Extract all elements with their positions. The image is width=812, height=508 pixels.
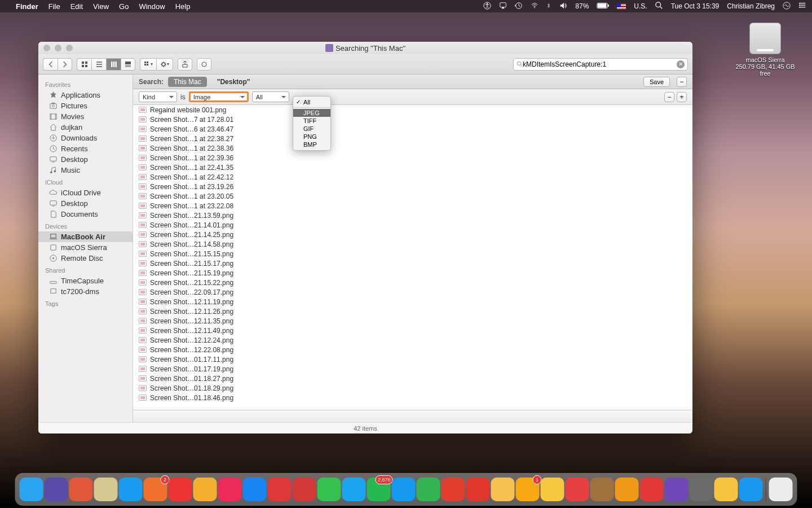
dock-app[interactable] bbox=[218, 478, 242, 501]
sidebar-item-applications[interactable]: Applications bbox=[38, 90, 133, 100]
sidebar-item-timecapsule[interactable]: TimeCapsule bbox=[38, 275, 133, 286]
file-row[interactable]: Screen Shot…12.11.19.png bbox=[133, 297, 692, 306]
criteria-format-select[interactable]: All bbox=[252, 91, 289, 102]
menu-window[interactable]: Window bbox=[139, 2, 165, 11]
format-option-jpeg[interactable]: JPEG bbox=[293, 109, 330, 117]
dock-app[interactable] bbox=[243, 478, 267, 501]
dock-app[interactable]: 1 bbox=[516, 478, 540, 501]
dock-app[interactable] bbox=[442, 478, 465, 501]
file-row[interactable]: Screen Shot…1 at 23.19.26 bbox=[133, 182, 692, 191]
dock-app[interactable] bbox=[268, 478, 292, 501]
desktop-drive-icon[interactable]: macOS Sierra 250.79 GB, 41.45 GB free bbox=[734, 23, 796, 77]
share-button[interactable] bbox=[178, 58, 192, 71]
file-row[interactable]: Screen Shot…12.11.26.png bbox=[133, 306, 692, 316]
sidebar-item-downloads[interactable]: Downloads bbox=[38, 133, 133, 143]
dock-app[interactable]: 2 bbox=[144, 478, 167, 501]
file-row[interactable]: Screen Shot…12.12.24.png bbox=[133, 335, 692, 345]
dock-app[interactable] bbox=[640, 478, 664, 501]
battery-icon[interactable] bbox=[597, 2, 609, 11]
file-row[interactable]: Screen Shot…01.18.29.png bbox=[133, 383, 692, 393]
scope-desktop[interactable]: "Desktop" bbox=[211, 77, 256, 87]
criteria-add-button[interactable]: + bbox=[677, 92, 687, 102]
dock-app[interactable] bbox=[119, 478, 143, 501]
file-row[interactable]: Screen Shot…01.17.11.png bbox=[133, 354, 692, 364]
file-row[interactable]: Screen Shot…21.13.59.png bbox=[133, 211, 692, 220]
file-row[interactable]: Screen Shot…21.15.19.png bbox=[133, 268, 692, 278]
close-button[interactable] bbox=[43, 45, 50, 51]
file-row[interactable]: Screen Shot…12.11.49.png bbox=[133, 326, 692, 335]
dock-app[interactable] bbox=[615, 478, 639, 501]
dock-app[interactable] bbox=[665, 478, 689, 501]
datetime[interactable]: Tue Oct 3 15:39 bbox=[671, 2, 720, 10]
input-flag-icon[interactable] bbox=[617, 3, 626, 10]
dock-app[interactable] bbox=[714, 478, 738, 501]
file-row[interactable]: Screen Shot…01.17.19.png bbox=[133, 364, 692, 374]
file-row[interactable]: Screen Shot…01.18.46.png bbox=[133, 393, 692, 402]
menu-view[interactable]: View bbox=[93, 2, 109, 11]
file-row[interactable]: Screen Shot…6 at 23.46.47 bbox=[133, 124, 692, 134]
scope-this-mac[interactable]: This Mac bbox=[168, 77, 207, 87]
action-button[interactable]: ▾ bbox=[156, 58, 173, 71]
sidebar-item-volume[interactable]: macOS Sierra bbox=[38, 242, 133, 253]
dock-app[interactable] bbox=[293, 478, 316, 501]
dock-app[interactable] bbox=[20, 478, 43, 501]
criteria-attribute-select[interactable]: Kind bbox=[139, 91, 177, 102]
sidebar-item-documents[interactable]: Documents bbox=[38, 209, 133, 220]
sidebar-item-icloud-drive[interactable]: iCloud Drive bbox=[38, 187, 133, 198]
accessibility-icon[interactable] bbox=[483, 2, 491, 11]
wifi-icon[interactable] bbox=[531, 2, 539, 11]
sidebar-item-macbook[interactable]: MacBook Air bbox=[38, 231, 133, 242]
file-row[interactable]: Screen Shot…01.18.27.png bbox=[133, 374, 692, 383]
arrange-button[interactable]: ▾ bbox=[140, 58, 156, 71]
dock-app[interactable]: 2,676 bbox=[367, 478, 391, 501]
dock-app[interactable] bbox=[392, 478, 416, 501]
dock-app[interactable] bbox=[94, 478, 118, 501]
format-option-bmp[interactable]: BMP bbox=[293, 141, 330, 148]
menu-go[interactable]: Go bbox=[119, 2, 129, 11]
dock-app[interactable] bbox=[739, 478, 763, 501]
file-row[interactable]: Screen Shot…1 at 23.22.08 bbox=[133, 201, 692, 211]
dock-app[interactable] bbox=[193, 478, 217, 501]
save-search-button[interactable]: Save bbox=[643, 77, 670, 87]
format-option-tiff[interactable]: TIFF bbox=[293, 117, 330, 125]
file-row[interactable]: Screen Shot…1 at 23.20.05 bbox=[133, 191, 692, 201]
user-name[interactable]: Christian Zibreg bbox=[727, 2, 775, 10]
file-row[interactable]: Screen Shot…22.09.17.png bbox=[133, 287, 692, 297]
dock-app[interactable] bbox=[45, 478, 68, 501]
timemachine-icon[interactable] bbox=[515, 2, 523, 11]
file-row[interactable]: Regaind website 001.png bbox=[133, 105, 692, 115]
sidebar-item-tc7200[interactable]: tc7200-dms bbox=[38, 286, 133, 297]
app-menu[interactable]: Finder bbox=[16, 2, 38, 11]
dock-app[interactable] bbox=[690, 478, 713, 501]
titlebar[interactable]: Searching "This Mac" bbox=[38, 42, 692, 54]
view-column-button[interactable] bbox=[106, 58, 121, 71]
forward-button[interactable] bbox=[58, 58, 72, 71]
file-row[interactable]: Screen Shot…12.22.08.png bbox=[133, 345, 692, 354]
sidebar-item-recents[interactable]: Recents bbox=[38, 143, 133, 154]
format-option-png[interactable]: PNG bbox=[293, 133, 330, 141]
dock-app[interactable] bbox=[69, 478, 93, 501]
sidebar-item-desktop[interactable]: Desktop bbox=[38, 154, 133, 165]
file-row[interactable]: Screen Shot…1 at 22.39.36 bbox=[133, 153, 692, 163]
view-list-button[interactable] bbox=[91, 58, 106, 71]
sidebar-item-icloud-desktop[interactable]: Desktop bbox=[38, 198, 133, 209]
file-row[interactable]: Screen Shot…1 at 22.38.27 bbox=[133, 134, 692, 143]
zoom-button[interactable] bbox=[66, 45, 73, 51]
file-row[interactable]: Screen Shot…21.15.22.png bbox=[133, 278, 692, 287]
file-row[interactable]: Screen Shot…1 at 22.42.12 bbox=[133, 172, 692, 182]
dock-app[interactable] bbox=[466, 478, 490, 501]
sidebar-item-music[interactable]: Music bbox=[38, 165, 133, 176]
dock-app[interactable] bbox=[417, 478, 440, 501]
notification-center-icon[interactable] bbox=[798, 2, 806, 11]
dock-app[interactable] bbox=[541, 478, 564, 501]
remove-criteria-button[interactable]: − bbox=[677, 77, 687, 87]
menu-help[interactable]: Help bbox=[175, 2, 191, 11]
file-row[interactable]: Screen Shot…7 at 17.28.01 bbox=[133, 115, 692, 124]
file-row[interactable]: Screen Shot…1 at 22.41.35 bbox=[133, 163, 692, 172]
dock-app[interactable] bbox=[566, 478, 589, 501]
menu-edit[interactable]: Edit bbox=[70, 2, 83, 11]
criteria-remove-button[interactable]: − bbox=[664, 92, 674, 102]
sidebar-item-remote-disc[interactable]: Remote Disc bbox=[38, 253, 133, 264]
file-row[interactable]: Screen Shot…21.15.15.png bbox=[133, 249, 692, 259]
file-list[interactable]: Regaind website 001.pngScreen Shot…7 at … bbox=[133, 105, 692, 410]
